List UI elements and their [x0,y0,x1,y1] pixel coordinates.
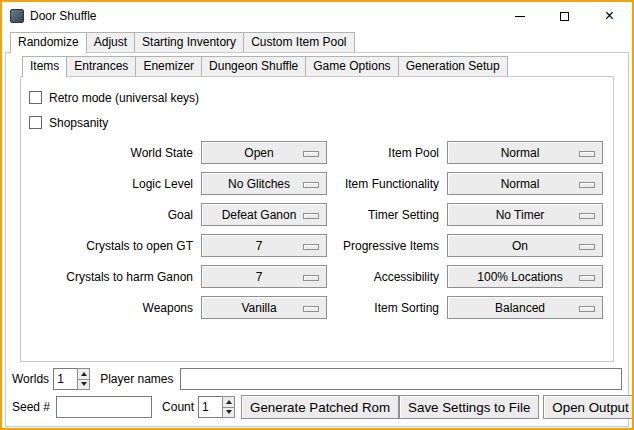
accessibility-dropdown[interactable]: 100% Locations [447,265,603,288]
retro-mode-checkbox[interactable] [29,91,42,104]
weapons-label: Weapons [27,301,193,315]
dropdown-indicator-icon [579,151,595,157]
arrow-down-icon [81,382,87,386]
timer-setting-dropdown[interactable]: No Timer [447,203,603,226]
tab-generation-setup[interactable]: Generation Setup [398,56,508,76]
titlebar: Door Shuffle × [2,2,632,30]
dropdown-indicator-icon [579,275,595,281]
worlds-spin-buttons [77,368,90,390]
tab-dungeon-shuffle[interactable]: Dungeon Shuffle [201,56,306,76]
worlds-spin-down-button[interactable] [77,380,90,391]
dropdown-value: No Glitches [228,177,300,191]
dropdown-indicator-icon [303,213,319,219]
dropdown-indicator-icon [579,182,595,188]
dropdown-value: Defeat Ganon [222,208,307,222]
tab-entrances[interactable]: Entrances [66,56,136,76]
worlds-spinner [53,368,90,390]
options-grid: World State Open Item Pool Normal Logic … [27,141,607,319]
tab-items[interactable]: Items [22,56,67,77]
seed-row: Seed # Count Generate Patched Rom Save S… [12,394,622,420]
dropdown-value: Normal [501,177,550,191]
crystals-ganon-label: Crystals to harm Ganon [27,270,193,284]
count-spin-buttons [222,396,235,418]
tab-starting-inventory[interactable]: Starting Inventory [134,32,244,52]
arrow-up-icon [226,400,232,404]
shopsanity-option: Shopsanity [27,110,607,135]
footer: Worlds Player names Seed # Count [6,362,628,426]
dropdown-value: Vanilla [241,301,286,315]
crystals-ganon-dropdown[interactable]: 7 [201,265,327,288]
worlds-input[interactable] [53,368,77,390]
count-spin-up-button[interactable] [222,396,235,408]
arrow-up-icon [81,372,87,376]
window: Door Shuffle × Randomize Adjust Starting… [0,0,634,430]
items-tab-pane: Retro mode (universal keys) Shopsanity W… [20,76,614,362]
dropdown-value: 7 [256,270,273,284]
dropdown-indicator-icon [303,151,319,157]
minimize-icon [515,16,525,17]
maximize-button[interactable] [542,2,587,30]
open-output-directory-button[interactable]: Open Output Directory [543,395,634,419]
minimize-button[interactable] [497,2,542,30]
close-icon: × [605,8,614,24]
tab-game-options[interactable]: Game Options [305,56,398,76]
worlds-row: Worlds Player names [12,366,622,392]
item-functionality-label: Item Functionality [335,177,439,191]
count-spinner [198,396,235,418]
crystals-gt-label: Crystals to open GT [27,239,193,253]
dropdown-value: 7 [256,239,273,253]
progressive-items-label: Progressive Items [335,239,439,253]
shopsanity-checkbox[interactable] [29,116,42,129]
dropdown-value: Open [244,146,283,160]
dropdown-indicator-icon [303,244,319,250]
window-controls: × [497,2,632,30]
worlds-label: Worlds [12,372,49,386]
player-names-input[interactable] [180,368,623,390]
progressive-items-dropdown[interactable]: On [447,234,603,257]
goal-label: Goal [27,208,193,222]
crystals-gt-dropdown[interactable]: 7 [201,234,327,257]
retro-mode-option: Retro mode (universal keys) [27,85,607,110]
count-spin-down-button[interactable] [222,408,235,419]
window-title: Door Shuffle [30,9,97,23]
seed-input[interactable] [56,396,152,418]
item-pool-label: Item Pool [335,146,439,160]
dropdown-value: Normal [501,146,550,160]
dropdown-value: On [512,239,538,253]
dropdown-value: 100% Locations [477,270,572,284]
generate-patched-rom-button[interactable]: Generate Patched Rom [241,395,399,419]
world-state-label: World State [27,146,193,160]
seed-label: Seed # [12,400,50,414]
tab-adjust[interactable]: Adjust [86,32,135,52]
dropdown-value: No Timer [496,208,555,222]
dropdown-indicator-icon [579,306,595,312]
weapons-dropdown[interactable]: Vanilla [201,296,327,319]
item-functionality-dropdown[interactable]: Normal [447,172,603,195]
dropdown-indicator-icon [303,306,319,312]
count-label: Count [162,400,194,414]
world-state-dropdown[interactable]: Open [201,141,327,164]
dropdown-value: Balanced [495,301,555,315]
logic-level-dropdown[interactable]: No Glitches [201,172,327,195]
item-sorting-label: Item Sorting [335,301,439,315]
item-pool-dropdown[interactable]: Normal [447,141,603,164]
primary-tab-bar: Randomize Adjust Starting Inventory Cust… [2,32,632,52]
shopsanity-label: Shopsanity [49,116,108,130]
retro-mode-label: Retro mode (universal keys) [49,91,199,105]
close-button[interactable]: × [587,2,632,30]
worlds-spin-up-button[interactable] [77,368,90,380]
count-input[interactable] [198,396,222,418]
save-settings-button[interactable]: Save Settings to File [399,395,539,419]
goal-dropdown[interactable]: Defeat Ganon [201,203,327,226]
dropdown-indicator-icon [303,182,319,188]
tab-custom-item-pool[interactable]: Custom Item Pool [243,32,354,52]
dropdown-indicator-icon [579,244,595,250]
randomize-tab-pane: Items Entrances Enemizer Dungeon Shuffle… [5,52,629,427]
player-names-label: Player names [100,372,173,386]
app-icon [10,9,24,23]
timer-setting-label: Timer Setting [335,208,439,222]
item-sorting-dropdown[interactable]: Balanced [447,296,603,319]
tab-randomize[interactable]: Randomize [10,32,87,53]
tab-enemizer[interactable]: Enemizer [135,56,202,76]
maximize-icon [560,12,569,21]
